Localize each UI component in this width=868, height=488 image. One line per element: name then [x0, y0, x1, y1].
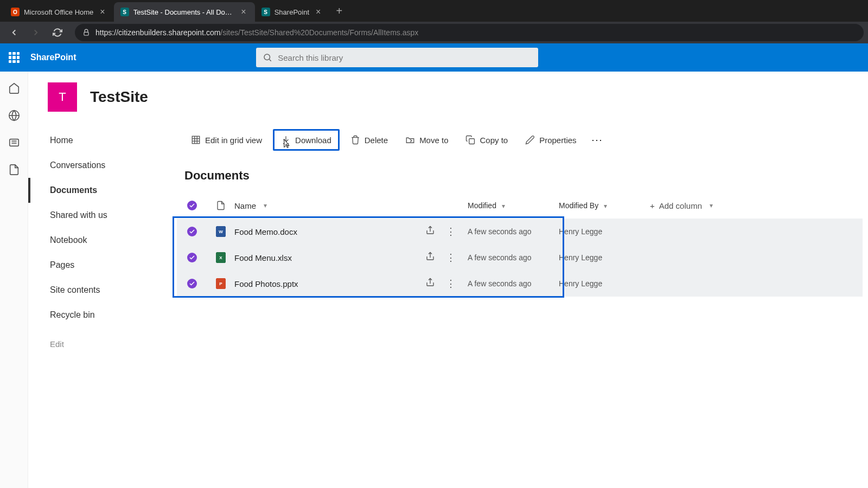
url-input[interactable]: https://citizenbuilders.sharepoint.com/s… [75, 24, 864, 41]
download-icon [281, 135, 291, 145]
action-label: Delete [365, 136, 388, 145]
modifiedby-value: Henry Legge [559, 279, 650, 288]
tab-favicon: O [11, 8, 20, 16]
left-rail [0, 72, 28, 488]
nav-notebook[interactable]: Notebook [28, 228, 166, 253]
tab-favicon: S [261, 8, 270, 16]
home-icon[interactable] [8, 82, 20, 94]
column-filetype[interactable] [207, 200, 234, 211]
browser-tab[interactable]: S TestSite - Documents - All Docum × [114, 2, 255, 22]
column-modified[interactable]: Modified ▾ [468, 201, 559, 210]
table-header-row: Name ▾ Modified ▾ Modified By ▾ [177, 192, 863, 219]
tab-close-icon[interactable]: × [98, 7, 107, 17]
row-more-icon[interactable]: ⋮ [446, 278, 456, 290]
news-icon[interactable] [8, 137, 20, 149]
tab-title: TestSite - Documents - All Docum [133, 8, 235, 16]
tab-close-icon[interactable]: × [314, 7, 323, 17]
share-icon[interactable] [425, 252, 435, 261]
site-logo[interactable]: T [48, 82, 77, 112]
nav-documents[interactable]: Documents [28, 178, 166, 203]
chevron-down-icon: ▾ [710, 202, 713, 209]
modified-value: A few seconds ago [468, 253, 559, 262]
new-tab-button[interactable]: + [329, 5, 349, 17]
documents-table: Name ▾ Modified ▾ Modified By ▾ [171, 192, 868, 297]
delete-button[interactable]: Delete [344, 131, 394, 149]
share-icon[interactable] [425, 226, 435, 235]
nav-edit[interactable]: Edit [28, 328, 166, 356]
column-name[interactable]: Name ▾ [234, 201, 413, 210]
site-header: T TestSite [28, 72, 868, 123]
nav-shared[interactable]: Shared with us [28, 203, 166, 228]
nav-sitecontents[interactable]: Site contents [28, 278, 166, 303]
file-name[interactable]: Food Menu.xlsx [234, 253, 292, 262]
nav-pages[interactable]: Pages [28, 253, 166, 278]
site-nav: Home Conversations Documents Shared with… [28, 123, 166, 488]
library-title: Documents [171, 158, 868, 192]
share-icon[interactable] [425, 278, 435, 287]
command-bar: Edit in grid view Download Delete [171, 123, 868, 158]
select-all-toggle[interactable] [177, 201, 207, 210]
copyto-icon [465, 135, 475, 145]
download-button[interactable]: Download [273, 129, 340, 151]
row-select[interactable] [177, 227, 207, 236]
word-file-icon: W [216, 226, 226, 237]
brand-label[interactable]: SharePoint [30, 53, 76, 62]
nav-conversations[interactable]: Conversations [28, 153, 166, 178]
column-label: Modified By [559, 201, 598, 210]
search-box[interactable] [256, 48, 538, 67]
globe-icon[interactable] [8, 110, 20, 121]
file-icon [216, 200, 226, 211]
trash-icon [350, 135, 360, 145]
file-name[interactable]: Food Photos.pptx [234, 279, 298, 288]
file-name[interactable]: Food Memo.docx [234, 227, 297, 236]
plus-icon: + [650, 201, 655, 210]
row-select[interactable] [177, 253, 207, 262]
reload-button[interactable] [48, 23, 67, 42]
action-label: Download [295, 136, 331, 145]
action-label: Move to [419, 136, 448, 145]
svg-rect-13 [469, 139, 475, 144]
modifiedby-value: Henry Legge [559, 253, 650, 262]
table-row[interactable]: W Food Memo.docx ⋮ A few seconds ago Hen… [177, 219, 863, 245]
column-modifiedby[interactable]: Modified By ▾ [559, 201, 650, 210]
check-icon [187, 227, 197, 236]
table-row[interactable]: P Food Photos.pptx ⋮ A few seconds ago H… [177, 271, 863, 297]
svg-rect-0 [84, 32, 88, 35]
moveto-button[interactable]: Move to [399, 131, 455, 149]
nav-home[interactable]: Home [28, 128, 166, 153]
table-row[interactable]: X Food Menu.xlsx ⋮ A few seconds ago Hen… [177, 245, 863, 271]
tab-favicon: S [120, 8, 129, 16]
chevron-down-icon: ▾ [502, 202, 505, 210]
site-title: TestSite [90, 88, 148, 106]
add-column-button[interactable]: + Add column ▾ [650, 201, 863, 210]
nav-recyclebin[interactable]: Recycle bin [28, 303, 166, 328]
search-input[interactable] [278, 53, 532, 62]
tab-close-icon[interactable]: × [239, 7, 248, 17]
modified-value: A few seconds ago [468, 279, 559, 288]
tab-title: Microsoft Office Home [24, 8, 93, 16]
svg-rect-8 [192, 136, 200, 144]
action-label: Edit in grid view [205, 136, 262, 145]
browser-tab[interactable]: O Microsoft Office Home × [4, 2, 114, 22]
excel-file-icon: X [216, 252, 226, 263]
browser-tabs: O Microsoft Office Home × S TestSite - D… [0, 0, 868, 22]
forward-button[interactable] [26, 23, 46, 42]
browser-tab[interactable]: S SharePoint × [255, 2, 330, 22]
copyto-button[interactable]: Copy to [459, 131, 514, 149]
files-icon[interactable] [8, 164, 20, 176]
more-actions-button[interactable]: ··· [588, 132, 608, 148]
row-select[interactable] [177, 279, 207, 288]
edit-grid-button[interactable]: Edit in grid view [184, 131, 269, 149]
modifiedby-value: Henry Legge [559, 227, 650, 236]
modified-value: A few seconds ago [468, 227, 559, 236]
row-more-icon[interactable]: ⋮ [446, 252, 456, 264]
back-button[interactable] [4, 23, 24, 42]
url-host: https://citizenbuilders.sharepoint.com [95, 28, 220, 37]
ppt-file-icon: P [216, 278, 226, 289]
properties-button[interactable]: Properties [519, 131, 583, 149]
suite-bar: SharePoint [0, 43, 868, 72]
svg-point-1 [264, 54, 270, 60]
app-launcher-icon[interactable] [9, 52, 20, 63]
row-more-icon[interactable]: ⋮ [446, 226, 456, 237]
column-label: Name [234, 201, 256, 210]
